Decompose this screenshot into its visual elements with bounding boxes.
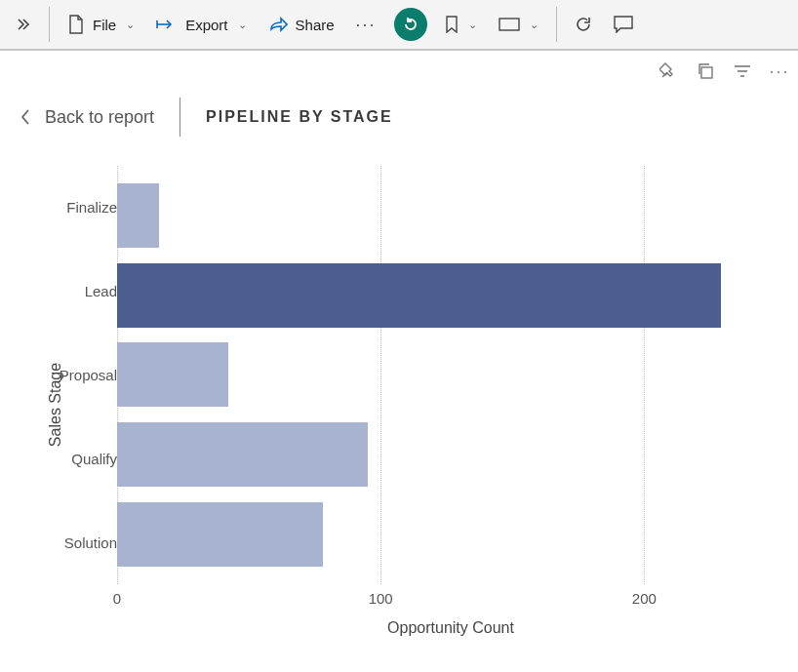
x-tick: 200	[632, 590, 657, 607]
chart-area: Sales Stage Finalize Lead Proposal Quali…	[20, 166, 784, 643]
y-tick: Solution	[47, 534, 117, 551]
bar-solution[interactable]	[117, 502, 784, 567]
chevron-down-icon: ⌄	[126, 19, 135, 31]
visual-actions: ···	[658, 60, 790, 82]
y-tick: Finalize	[47, 199, 117, 216]
export-menu[interactable]: Export ⌄	[146, 7, 256, 42]
chevron-down-icon: ⌄	[238, 19, 247, 31]
back-label: Back to report	[45, 107, 154, 128]
separator	[49, 7, 50, 42]
chevron-right-double-icon	[16, 17, 31, 32]
y-tick: Qualify	[47, 451, 117, 467]
app-toolbar: File ⌄ Export ⌄ Share ··· ⌄ ⌄	[0, 0, 798, 51]
visual-header: Back to report Pipeline by Stage	[20, 98, 778, 137]
export-label: Export	[185, 17, 227, 33]
bars-container	[117, 166, 784, 584]
svg-rect-0	[499, 19, 519, 30]
export-icon	[156, 16, 178, 33]
filter-button[interactable]	[732, 60, 753, 82]
chart-title: Pipeline by Stage	[206, 108, 393, 126]
x-axis-ticks: 0 100 200	[117, 590, 784, 610]
undo-icon	[402, 16, 419, 33]
view-menu[interactable]: ⌄	[489, 7, 548, 42]
more-options-button[interactable]: ···	[769, 60, 790, 82]
chevron-down-icon: ⌄	[530, 19, 539, 31]
separator	[556, 7, 557, 42]
chevron-left-icon	[20, 108, 31, 126]
pin-button[interactable]	[658, 60, 679, 82]
y-axis-ticks: Finalize Lead Proposal Qualify Solution	[47, 166, 117, 584]
bookmark-icon	[445, 16, 459, 33]
refresh-icon	[575, 16, 592, 33]
bar-lead[interactable]	[117, 263, 784, 328]
plot-area	[117, 166, 784, 584]
ellipsis-icon: ···	[356, 15, 377, 35]
bar-finalize[interactable]	[117, 183, 784, 248]
x-tick: 100	[369, 590, 393, 607]
chevron-down-icon: ⌄	[468, 19, 477, 31]
file-icon	[67, 15, 85, 34]
x-axis-label: Opportunity Count	[117, 619, 784, 637]
x-tick: 0	[113, 590, 121, 607]
y-tick: Lead	[47, 283, 117, 299]
bar-qualify[interactable]	[117, 422, 784, 487]
share-icon	[268, 16, 288, 33]
file-label: File	[93, 17, 116, 33]
file-menu[interactable]: File ⌄	[58, 7, 144, 42]
svg-rect-1	[701, 67, 712, 78]
share-button[interactable]: Share	[259, 7, 344, 42]
expand-ribbon-button[interactable]	[6, 7, 41, 42]
comment-icon	[614, 16, 633, 33]
y-tick: Proposal	[47, 367, 117, 383]
refresh-button[interactable]	[565, 7, 602, 42]
separator	[180, 98, 180, 137]
more-menu[interactable]: ···	[346, 7, 386, 42]
reset-circle	[394, 8, 427, 41]
reset-button[interactable]	[388, 7, 433, 42]
back-to-report-button[interactable]: Back to report	[20, 107, 154, 128]
rectangle-icon	[499, 18, 520, 31]
comments-button[interactable]	[604, 7, 643, 42]
bookmark-menu[interactable]: ⌄	[435, 7, 487, 42]
share-label: Share	[296, 17, 335, 33]
bar-proposal[interactable]	[117, 342, 784, 407]
copy-button[interactable]	[695, 60, 716, 82]
